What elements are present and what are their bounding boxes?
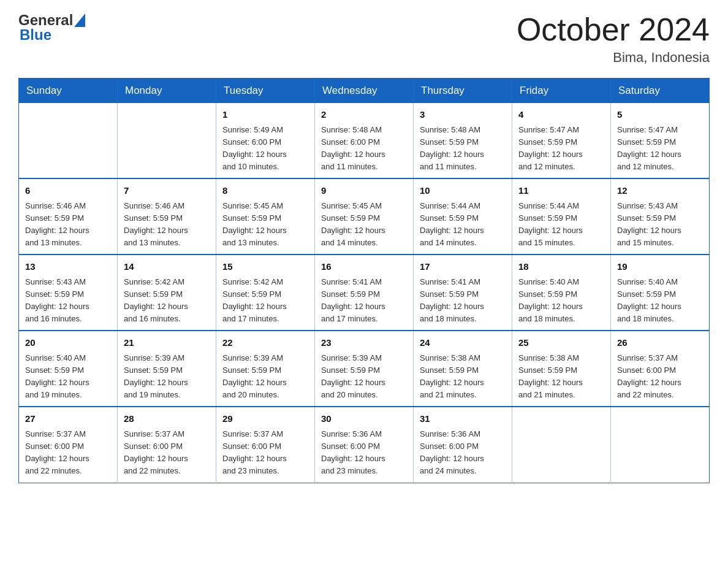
calendar-table: SundayMondayTuesdayWednesdayThursdayFrid… [18, 78, 710, 483]
day-cell: 6Sunrise: 5:46 AMSunset: 5:59 PMDaylight… [19, 178, 118, 255]
day-cell: 20Sunrise: 5:40 AMSunset: 5:59 PMDayligh… [19, 331, 118, 407]
day-cell: 9Sunrise: 5:45 AMSunset: 5:59 PMDaylight… [315, 178, 414, 255]
day-cell: 16Sunrise: 5:41 AMSunset: 5:59 PMDayligh… [315, 255, 414, 331]
day-info: Sunrise: 5:48 AMSunset: 5:59 PMDaylight:… [420, 124, 506, 174]
logo-blue: Blue [20, 27, 85, 43]
day-info: Sunrise: 5:45 AMSunset: 5:59 PMDaylight:… [321, 200, 407, 250]
day-cell: 27Sunrise: 5:37 AMSunset: 6:00 PMDayligh… [19, 407, 118, 483]
day-info: Sunrise: 5:42 AMSunset: 5:59 PMDaylight:… [222, 276, 308, 326]
week-row-5: 27Sunrise: 5:37 AMSunset: 6:00 PMDayligh… [19, 407, 710, 483]
day-info: Sunrise: 5:38 AMSunset: 5:59 PMDaylight:… [420, 352, 506, 402]
day-cell: 21Sunrise: 5:39 AMSunset: 5:59 PMDayligh… [118, 331, 216, 407]
day-number: 12 [617, 184, 703, 198]
title-area: October 2024 Bima, Indonesia [517, 12, 710, 66]
day-cell: 18Sunrise: 5:40 AMSunset: 5:59 PMDayligh… [512, 255, 611, 331]
day-cell: 7Sunrise: 5:46 AMSunset: 5:59 PMDaylight… [118, 178, 216, 255]
day-number: 15 [222, 260, 308, 274]
day-cell: 2Sunrise: 5:48 AMSunset: 6:00 PMDaylight… [315, 103, 414, 178]
header: General Blue October 2024 Bima, Indonesi… [18, 12, 710, 66]
header-cell-saturday: Saturday [611, 79, 710, 104]
day-number: 5 [617, 108, 703, 122]
day-info: Sunrise: 5:40 AMSunset: 5:59 PMDaylight:… [518, 276, 604, 326]
day-cell: 12Sunrise: 5:43 AMSunset: 5:59 PMDayligh… [611, 178, 710, 255]
day-info: Sunrise: 5:40 AMSunset: 5:59 PMDaylight:… [617, 276, 703, 326]
location-title: Bima, Indonesia [517, 50, 710, 66]
day-cell: 15Sunrise: 5:42 AMSunset: 5:59 PMDayligh… [216, 255, 315, 331]
day-info: Sunrise: 5:44 AMSunset: 5:59 PMDaylight:… [420, 200, 506, 250]
calendar-body: 1Sunrise: 5:49 AMSunset: 6:00 PMDaylight… [19, 103, 710, 483]
day-info: Sunrise: 5:37 AMSunset: 6:00 PMDaylight:… [222, 428, 308, 478]
day-cell: 25Sunrise: 5:38 AMSunset: 5:59 PMDayligh… [512, 331, 611, 407]
day-number: 9 [321, 184, 407, 198]
day-info: Sunrise: 5:46 AMSunset: 5:59 PMDaylight:… [124, 200, 210, 250]
day-cell: 13Sunrise: 5:43 AMSunset: 5:59 PMDayligh… [19, 255, 118, 331]
day-info: Sunrise: 5:41 AMSunset: 5:59 PMDaylight:… [321, 276, 407, 326]
day-info: Sunrise: 5:47 AMSunset: 5:59 PMDaylight:… [617, 124, 703, 174]
day-info: Sunrise: 5:46 AMSunset: 5:59 PMDaylight:… [25, 200, 111, 250]
header-cell-friday: Friday [512, 79, 611, 104]
week-row-1: 1Sunrise: 5:49 AMSunset: 6:00 PMDaylight… [19, 103, 710, 178]
day-info: Sunrise: 5:44 AMSunset: 5:59 PMDaylight:… [518, 200, 604, 250]
day-cell [512, 407, 611, 483]
day-cell: 26Sunrise: 5:37 AMSunset: 6:00 PMDayligh… [611, 331, 710, 407]
day-number: 8 [222, 184, 308, 198]
day-cell: 22Sunrise: 5:39 AMSunset: 5:59 PMDayligh… [216, 331, 315, 407]
day-number: 28 [124, 412, 210, 426]
day-cell: 8Sunrise: 5:45 AMSunset: 5:59 PMDaylight… [216, 178, 315, 255]
day-number: 7 [124, 184, 210, 198]
day-number: 26 [617, 336, 703, 350]
day-cell: 19Sunrise: 5:40 AMSunset: 5:59 PMDayligh… [611, 255, 710, 331]
day-number: 6 [25, 184, 111, 198]
day-cell: 31Sunrise: 5:36 AMSunset: 6:00 PMDayligh… [414, 407, 512, 483]
day-number: 18 [518, 260, 604, 274]
day-number: 21 [124, 336, 210, 350]
day-info: Sunrise: 5:36 AMSunset: 6:00 PMDaylight:… [420, 428, 506, 478]
svg-marker-0 [74, 13, 85, 27]
day-info: Sunrise: 5:36 AMSunset: 6:00 PMDaylight:… [321, 428, 407, 478]
week-row-3: 13Sunrise: 5:43 AMSunset: 5:59 PMDayligh… [19, 255, 710, 331]
day-cell: 17Sunrise: 5:41 AMSunset: 5:59 PMDayligh… [414, 255, 512, 331]
day-number: 20 [25, 336, 111, 350]
header-cell-monday: Monday [118, 79, 216, 104]
day-number: 22 [222, 336, 308, 350]
logo-triangle-icon [74, 13, 85, 27]
day-cell [19, 103, 118, 178]
day-cell: 24Sunrise: 5:38 AMSunset: 5:59 PMDayligh… [414, 331, 512, 407]
logo: General Blue [18, 12, 85, 44]
header-cell-sunday: Sunday [19, 79, 118, 104]
day-info: Sunrise: 5:37 AMSunset: 6:00 PMDaylight:… [25, 428, 111, 478]
day-number: 25 [518, 336, 604, 350]
day-cell: 28Sunrise: 5:37 AMSunset: 6:00 PMDayligh… [118, 407, 216, 483]
header-cell-wednesday: Wednesday [315, 79, 414, 104]
day-number: 24 [420, 336, 506, 350]
day-number: 16 [321, 260, 407, 274]
calendar-header: SundayMondayTuesdayWednesdayThursdayFrid… [19, 79, 710, 104]
day-number: 23 [321, 336, 407, 350]
day-info: Sunrise: 5:42 AMSunset: 5:59 PMDaylight:… [124, 276, 210, 326]
day-cell: 1Sunrise: 5:49 AMSunset: 6:00 PMDaylight… [216, 103, 315, 178]
day-info: Sunrise: 5:43 AMSunset: 5:59 PMDaylight:… [25, 276, 111, 326]
day-cell: 14Sunrise: 5:42 AMSunset: 5:59 PMDayligh… [118, 255, 216, 331]
header-cell-thursday: Thursday [414, 79, 512, 104]
header-row: SundayMondayTuesdayWednesdayThursdayFrid… [19, 79, 710, 104]
day-cell: 3Sunrise: 5:48 AMSunset: 5:59 PMDaylight… [414, 103, 512, 178]
day-cell: 23Sunrise: 5:39 AMSunset: 5:59 PMDayligh… [315, 331, 414, 407]
day-number: 17 [420, 260, 506, 274]
day-cell [118, 103, 216, 178]
day-cell: 5Sunrise: 5:47 AMSunset: 5:59 PMDaylight… [611, 103, 710, 178]
day-number: 3 [420, 108, 506, 122]
day-info: Sunrise: 5:37 AMSunset: 6:00 PMDaylight:… [617, 352, 703, 402]
day-info: Sunrise: 5:39 AMSunset: 5:59 PMDaylight:… [222, 352, 308, 402]
day-info: Sunrise: 5:38 AMSunset: 5:59 PMDaylight:… [518, 352, 604, 402]
day-info: Sunrise: 5:47 AMSunset: 5:59 PMDaylight:… [518, 124, 604, 174]
day-info: Sunrise: 5:41 AMSunset: 5:59 PMDaylight:… [420, 276, 506, 326]
day-info: Sunrise: 5:43 AMSunset: 5:59 PMDaylight:… [617, 200, 703, 250]
week-row-4: 20Sunrise: 5:40 AMSunset: 5:59 PMDayligh… [19, 331, 710, 407]
day-info: Sunrise: 5:48 AMSunset: 6:00 PMDaylight:… [321, 124, 407, 174]
day-info: Sunrise: 5:40 AMSunset: 5:59 PMDaylight:… [25, 352, 111, 402]
day-info: Sunrise: 5:37 AMSunset: 6:00 PMDaylight:… [124, 428, 210, 478]
day-number: 11 [518, 184, 604, 198]
day-cell: 11Sunrise: 5:44 AMSunset: 5:59 PMDayligh… [512, 178, 611, 255]
day-number: 30 [321, 412, 407, 426]
day-info: Sunrise: 5:45 AMSunset: 5:59 PMDaylight:… [222, 200, 308, 250]
